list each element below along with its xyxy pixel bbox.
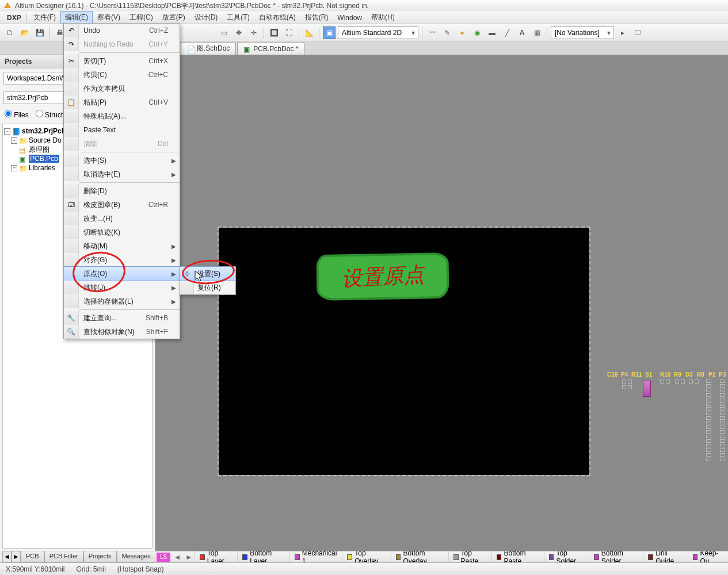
- submenu-item[interactable]: 复位(R): [180, 281, 235, 294]
- move-icon[interactable]: ✥: [232, 26, 245, 39]
- menu-item[interactable]: 清除Del: [64, 137, 180, 151]
- menu-place[interactable]: 放置(P): [158, 11, 190, 24]
- layer-tab[interactable]: Top Solder: [544, 551, 589, 562]
- tree-item-pcb[interactable]: PCB.Pcb: [29, 155, 59, 163]
- tab-schdoc[interactable]: 📄 图.SchDoc: [181, 42, 236, 55]
- panel-tab-messages[interactable]: Messages: [117, 551, 156, 562]
- via-icon[interactable]: ●: [456, 26, 468, 39]
- menu-item[interactable]: 拷贝(C)Ctrl+C: [64, 68, 180, 82]
- menu-design[interactable]: 设计(D): [190, 11, 223, 24]
- menu-reports[interactable]: 报告(R): [300, 11, 333, 24]
- radio-structure[interactable]: Struct: [36, 110, 63, 119]
- submenu-arrow-icon: ▶: [171, 298, 176, 305]
- menu-item[interactable]: ↶UndoCtrl+Z: [64, 24, 180, 37]
- tab-pcbdoc[interactable]: ▣ PCB.PcbDoc *: [237, 42, 304, 55]
- new-icon[interactable]: 🗋: [3, 26, 16, 39]
- pcb-editor-area[interactable]: 设置原点 C18 P4 R11 S1 R10 R9 D3 R8 P2 P3: [155, 55, 728, 551]
- menu-autoroute[interactable]: 自动布线(A): [254, 11, 300, 24]
- layer-tab[interactable]: Bottom Solder: [589, 551, 643, 562]
- menu-item[interactable]: 🔍查找相似对象(N)Shift+F: [64, 325, 180, 339]
- monitor-icon[interactable]: 🖵: [631, 26, 644, 39]
- expand-icon[interactable]: −: [11, 137, 17, 144]
- select-icon[interactable]: ▭: [218, 26, 230, 39]
- submenu-item[interactable]: ⊹设置(S): [180, 267, 235, 281]
- menu-item[interactable]: 作为文本拷贝: [64, 82, 180, 95]
- layer-tab[interactable]: Drill Guide: [643, 551, 687, 562]
- zoom-area-icon[interactable]: 🔲: [268, 26, 280, 39]
- panel-tab-pcbfilter[interactable]: PCB Filter: [44, 551, 83, 562]
- layer-tab[interactable]: Top Layer: [195, 551, 237, 562]
- route-icon[interactable]: 〰: [426, 26, 439, 39]
- layer-next[interactable]: ►: [183, 553, 195, 561]
- menu-file[interactable]: 文件(F): [29, 11, 60, 24]
- zoom-fit-icon[interactable]: ⛶: [283, 26, 295, 39]
- view-mode-select[interactable]: Altium Standard 2D: [338, 26, 418, 39]
- save-icon[interactable]: 💾: [33, 26, 46, 39]
- expand-icon[interactable]: −: [4, 128, 10, 135]
- pad-icon[interactable]: ◉: [471, 26, 483, 39]
- layer-tab[interactable]: Bottom Overlay: [391, 551, 448, 562]
- menu-item[interactable]: ↷Nothing to RedoCtrl+Y: [64, 37, 180, 51]
- menu-view[interactable]: 察看(V): [93, 11, 125, 24]
- menu-tools[interactable]: 工具(T): [222, 11, 254, 24]
- menu-item[interactable]: 🖃橡皮图章(B)Ctrl+R: [64, 198, 180, 212]
- sketch-icon[interactable]: ✎: [441, 26, 453, 39]
- menu-help[interactable]: 帮助(H): [367, 11, 399, 24]
- menu-item[interactable]: 选择的存储器(L)▶: [64, 294, 180, 308]
- blank-icon: [64, 281, 79, 294]
- menu-item[interactable]: 原点(O)▶: [64, 267, 180, 281]
- layer-tab[interactable]: Bottom Paste: [491, 551, 544, 562]
- cross-icon[interactable]: ✛: [247, 26, 260, 39]
- blank-icon: [64, 294, 79, 308]
- 3d-icon[interactable]: ▣: [323, 26, 336, 39]
- menu-item[interactable]: 取消选中(E)▶: [64, 167, 180, 181]
- menu-item[interactable]: 删除(D): [64, 184, 180, 198]
- menu-item[interactable]: Paste Text: [64, 123, 180, 137]
- measure-icon[interactable]: 📐: [303, 26, 315, 39]
- line-icon[interactable]: ╱: [501, 26, 513, 39]
- layer-tab[interactable]: Bottom Layer: [237, 551, 289, 562]
- menu-item[interactable]: 跳转(J)▶: [64, 281, 180, 294]
- menu-item[interactable]: 对齐(G)▶: [64, 253, 180, 267]
- variation-apply-icon[interactable]: ▸: [616, 26, 629, 39]
- find-icon: 🔍: [64, 325, 79, 339]
- query-icon: 🔧: [64, 311, 79, 325]
- open-icon[interactable]: 📂: [18, 26, 31, 39]
- layer-tab[interactable]: Top Paste: [448, 551, 491, 562]
- layer-tab[interactable]: Top Overlay: [342, 551, 390, 562]
- layer-tab[interactable]: Mechanical 1: [289, 551, 342, 562]
- radio-files[interactable]: Files: [5, 110, 29, 119]
- menu-item[interactable]: 📋粘贴(P)Ctrl+V: [64, 95, 180, 109]
- blank-icon: [64, 212, 79, 225]
- layer-color-swatch: [594, 554, 599, 560]
- panel-tab-pcb[interactable]: PCB: [21, 551, 44, 562]
- folder-icon: 📁: [19, 164, 27, 171]
- layer-set-button[interactable]: LS: [157, 553, 170, 562]
- menu-item[interactable]: 🔧建立查询...Shift+B: [64, 311, 180, 325]
- pcb-file-icon: ▣: [19, 155, 27, 162]
- layer-tab[interactable]: Keep-Ou: [688, 551, 728, 562]
- panel-tab-projects[interactable]: Projects: [83, 551, 117, 562]
- menu-item[interactable]: 移动(M)▶: [64, 239, 180, 253]
- menu-item[interactable]: ✂剪切(T)Ctrl+X: [64, 54, 180, 68]
- panel-tabs: ◄ ► PCB PCB Filter Projects Messages PCB: [2, 551, 179, 562]
- layer-prev[interactable]: ◄: [171, 553, 183, 561]
- expand-icon[interactable]: +: [11, 165, 17, 171]
- app-logo-icon: [3, 2, 12, 10]
- menu-item[interactable]: 切断轨迹(K): [64, 225, 180, 239]
- panel-tab-prev[interactable]: ◄: [2, 551, 12, 562]
- variations-select[interactable]: [No Variations]: [551, 26, 614, 39]
- menu-item[interactable]: 特殊粘贴(A)...: [64, 109, 180, 123]
- menu-item[interactable]: 改变...(H): [64, 212, 180, 225]
- menu-project[interactable]: 工程(C): [125, 11, 158, 24]
- array-icon[interactable]: ▦: [531, 26, 543, 39]
- panel-tab-next[interactable]: ►: [12, 551, 21, 562]
- project-icon: 📘: [12, 128, 20, 135]
- text-icon[interactable]: A: [516, 26, 528, 39]
- poly-icon[interactable]: ▬: [486, 26, 498, 39]
- menu-item[interactable]: 选中(S)▶: [64, 154, 180, 167]
- blank-icon: [64, 267, 79, 281]
- menu-window[interactable]: Window: [333, 12, 367, 24]
- dxp-menu[interactable]: DXP: [3, 12, 25, 24]
- menu-edit[interactable]: 编辑(E): [60, 11, 93, 24]
